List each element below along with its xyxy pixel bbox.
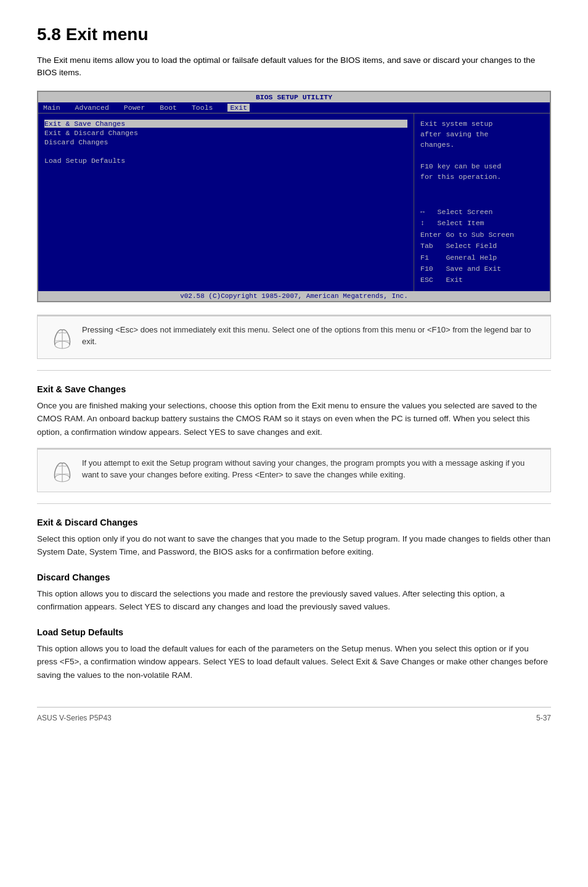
bios-legend-item-f1: F1 General Help: [420, 252, 544, 263]
bios-nav-boot: Boot: [160, 104, 177, 112]
bios-nav-main: Main: [43, 104, 60, 112]
note-box-1: Pressing <Esc> does not immediately exit…: [37, 315, 551, 359]
footer-left: ASUS V-Series P5P43: [37, 714, 112, 722]
bios-menu-item-3: Discard Changes: [44, 138, 407, 146]
bios-nav-tools: Tools: [192, 104, 213, 112]
footer-right: 5-37: [536, 714, 551, 722]
bios-menu-item-spacer: [44, 147, 407, 155]
bios-nav-exit: Exit: [227, 104, 250, 112]
bios-legend-item-screen: ↔ Select Screen: [420, 207, 544, 218]
bios-nav-power: Power: [124, 104, 145, 112]
section-body-discard: This option allows you to discard the se…: [37, 587, 551, 614]
bios-legend-item-item: ↕ Select Item: [420, 218, 544, 229]
bios-body: Exit & Save Changes Exit & Discard Chang…: [38, 113, 550, 291]
note-icon-2: [46, 457, 73, 484]
bios-help-text: Exit system setupafter saving thechanges…: [420, 118, 544, 183]
bios-help-panel: Exit system setupafter saving thechanges…: [414, 113, 550, 291]
bios-menu-item-1: Exit & Save Changes: [44, 120, 407, 128]
note-text-1: Pressing <Esc> does not immediately exit…: [82, 324, 542, 348]
note-text-2: If you attempt to exit the Setup program…: [82, 457, 542, 481]
section-heading-exit-discard: Exit & Discard Changes: [37, 518, 551, 527]
bios-legend-item-enter: Enter Go to Sub Screen: [420, 229, 544, 241]
note-icon-1: [46, 324, 73, 351]
section-body-exit-discard: Select this option only if you do not wa…: [37, 532, 551, 559]
section-body-load-defaults: This option allows you to load the defau…: [37, 642, 551, 682]
bios-nav-advanced: Advanced: [75, 104, 109, 112]
bios-menu-item-2: Exit & Discard Changes: [44, 129, 407, 137]
bios-nav: Main Advanced Power Boot Tools Exit: [38, 102, 550, 113]
bios-legend-item-f10: F10 Save and Exit: [420, 263, 544, 274]
page-footer: ASUS V-Series P5P43 5-37: [37, 707, 551, 722]
page-title: 5.8 Exit menu: [37, 25, 551, 44]
bios-menu-item-4: Load Setup Defaults: [44, 157, 407, 165]
section-heading-exit-save: Exit & Save Changes: [37, 384, 551, 394]
section-heading-discard: Discard Changes: [37, 572, 551, 582]
intro-text: The Exit menu items allow you to load th…: [37, 54, 551, 80]
bios-menu-left: Exit & Save Changes Exit & Discard Chang…: [38, 113, 414, 291]
divider-1: [37, 370, 551, 371]
bios-legend-item-esc: ESC Exit: [420, 274, 544, 286]
section-body-exit-save: Once you are finished making your select…: [37, 399, 551, 439]
section-heading-load-defaults: Load Setup Defaults: [37, 627, 551, 637]
bios-footer: v02.58 (C)Copyright 1985-2007, American …: [38, 291, 550, 301]
divider-2: [37, 503, 551, 504]
bios-screenshot: BIOS SETUP UTILITY Main Advanced Power B…: [37, 91, 551, 302]
bios-legend: ↔ Select Screen ↕ Select Item Enter Go t…: [420, 207, 544, 286]
note-box-2: If you attempt to exit the Setup program…: [37, 448, 551, 492]
bios-legend-item-tab: Tab Select Field: [420, 241, 544, 252]
bios-header: BIOS SETUP UTILITY: [38, 92, 550, 102]
